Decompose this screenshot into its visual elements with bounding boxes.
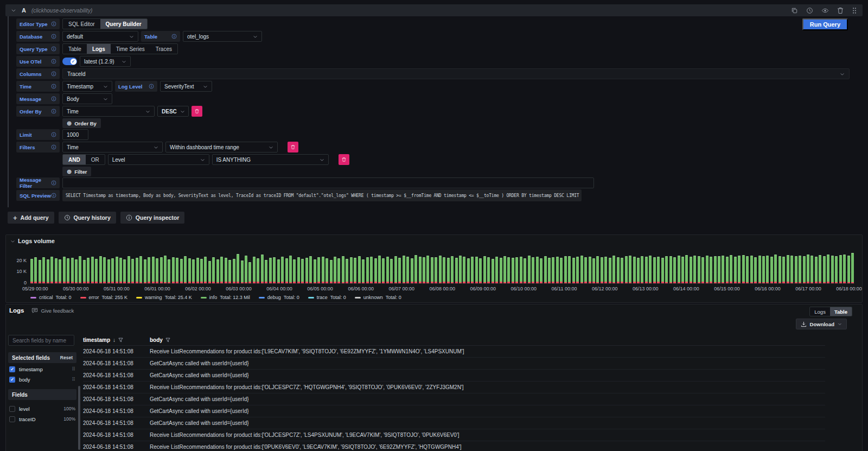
add-query-button[interactable]: + Add query (8, 212, 54, 224)
checkbox-empty-icon[interactable] (9, 406, 15, 412)
filter1-field-select[interactable]: Time (62, 142, 163, 153)
sidebar-scrollbar[interactable] (78, 386, 80, 450)
query-type-option-timeseries[interactable]: Time Series (111, 44, 150, 54)
remove-order-by-button[interactable] (192, 106, 202, 117)
filter-funnel-icon[interactable] (165, 338, 170, 342)
table-row[interactable]: 2024-06-18 14:51:08Receive ListRecommend… (83, 441, 825, 451)
table-row[interactable]: 2024-06-18 14:51:08GetCartAsync called w… (83, 393, 825, 405)
table-row[interactable]: 2024-06-18 14:51:08GetCartAsync called w… (83, 370, 825, 382)
table-select[interactable]: otel_logs (183, 31, 262, 42)
collapse-chevron-icon[interactable] (11, 8, 16, 13)
info-icon[interactable] (51, 46, 56, 52)
order-by-direction-select[interactable]: DESC (157, 106, 189, 117)
filter2-operator-select[interactable]: IS ANYTHING (212, 154, 329, 165)
remove-filter2-button[interactable] (339, 154, 349, 165)
panel-collapse-chevron-icon[interactable] (10, 239, 15, 244)
order-by-field-select[interactable]: Time (62, 106, 155, 117)
legend-item[interactable]: debugTotal: 0 (259, 295, 299, 300)
body-column-header[interactable]: body (150, 337, 170, 343)
view-option-logs[interactable]: Logs (810, 307, 830, 316)
query-type-option-logs[interactable]: Logs (87, 44, 111, 54)
bool-option-or[interactable]: OR (86, 155, 105, 164)
checkbox-checked-icon[interactable]: ✓ (9, 366, 15, 372)
reset-button[interactable]: Reset (60, 355, 73, 360)
legend-item[interactable]: errorTotal: 255 K (80, 295, 128, 300)
search-fields-input[interactable] (8, 335, 74, 346)
info-icon[interactable] (51, 193, 56, 198)
selected-field-item[interactable]: ✓timestamp⠿ (9, 365, 75, 373)
database-select[interactable]: default (62, 31, 138, 42)
filter-funnel-icon[interactable] (118, 338, 123, 342)
volume-bar (471, 257, 474, 283)
bool-option-and[interactable]: AND (63, 155, 86, 164)
filter2-field-select[interactable]: Level (108, 154, 209, 165)
table-row[interactable]: 2024-06-18 14:51:08Receive ListRecommend… (83, 429, 825, 441)
info-icon[interactable] (51, 144, 56, 150)
otel-version-select[interactable]: latest (1.2.9) (80, 56, 131, 67)
query-history-button[interactable]: Query history (59, 212, 116, 224)
query-type-option-table[interactable]: Table (63, 44, 87, 54)
info-icon[interactable] (51, 84, 56, 89)
info-icon[interactable] (51, 71, 56, 77)
available-field-item[interactable]: traceID100% (9, 415, 75, 423)
message-column-select[interactable]: Body (62, 93, 112, 104)
table-row[interactable]: 2024-06-18 14:51:08Receive ListRecommend… (83, 346, 825, 358)
info-icon[interactable] (51, 180, 56, 186)
query-type-option-traces[interactable]: Traces (150, 44, 177, 54)
volume-bar (362, 259, 365, 284)
use-otel-toggle[interactable]: ✓ (62, 58, 77, 65)
query-row-header[interactable]: A (clickhouse-observability) (5, 4, 863, 16)
drag-handle-icon[interactable]: ⠿ (72, 366, 75, 372)
legend-item[interactable]: warningTotal: 25.4 K (136, 295, 192, 300)
sort-desc-icon[interactable]: ↓ (113, 337, 116, 343)
volume-bar (612, 256, 615, 283)
log-level-column-select[interactable]: SeverityText (160, 81, 212, 92)
legend-item[interactable]: unknownTotal: 0 (355, 295, 401, 300)
timestamp-column-header[interactable]: timestamp ↓ (83, 337, 150, 343)
info-icon[interactable] (51, 109, 56, 114)
editor-type-option-sql[interactable]: SQL Editor (63, 19, 100, 29)
volume-bar (216, 259, 219, 283)
message-filter-input[interactable] (62, 177, 594, 188)
legend-item[interactable]: traceTotal: 0 (308, 295, 346, 300)
drag-handle-icon[interactable] (852, 7, 857, 14)
drag-handle-icon[interactable]: ⠿ (72, 377, 75, 382)
logs-volume-chart[interactable] (30, 251, 854, 284)
info-icon[interactable] (51, 21, 56, 27)
logs-volume-header[interactable]: Logs volume (6, 235, 862, 244)
info-icon[interactable] (149, 84, 154, 89)
info-icon[interactable] (51, 132, 56, 137)
limit-input[interactable] (62, 129, 88, 140)
info-icon[interactable] (51, 59, 56, 64)
add-filter-button[interactable]: ⊕ Filter (62, 167, 91, 176)
filter1-operator-select[interactable]: Within dashboard time range (165, 142, 278, 153)
table-row[interactable]: 2024-06-18 14:51:08GetCartAsync called w… (83, 358, 825, 370)
selected-field-item[interactable]: ✓body⠿ (9, 375, 75, 384)
legend-item[interactable]: criticalTotal: 0 (30, 295, 72, 300)
add-order-by-button[interactable]: ⊕ Order By (62, 118, 101, 128)
duplicate-icon[interactable] (791, 7, 798, 14)
remove-filter1-button[interactable] (288, 142, 298, 153)
checkbox-empty-icon[interactable] (9, 416, 15, 422)
history-icon[interactable] (806, 7, 813, 14)
time-column-select[interactable]: Timestamp (62, 81, 112, 92)
eye-icon[interactable] (821, 7, 829, 14)
run-query-button[interactable]: Run Query (802, 18, 848, 30)
view-option-table[interactable]: Table (830, 307, 852, 316)
table-row[interactable]: 2024-06-18 14:51:08Receive ListRecommend… (83, 382, 825, 393)
table-row[interactable]: 2024-06-18 14:51:08GetCartAsync called w… (83, 405, 825, 417)
download-button[interactable]: Download (796, 319, 847, 329)
info-icon[interactable] (171, 34, 177, 39)
checkbox-checked-icon[interactable]: ✓ (9, 377, 15, 383)
info-icon[interactable] (51, 34, 56, 39)
info-icon[interactable] (51, 96, 56, 101)
legend-item[interactable]: infoTotal: 12.3 Mil (201, 295, 250, 300)
editor-type-option-builder[interactable]: Query Builder (100, 19, 147, 29)
available-field-item[interactable]: level100% (9, 404, 75, 413)
query-inspector-button[interactable]: Query inspector (120, 212, 185, 224)
give-feedback-link[interactable]: Give feedback (31, 308, 74, 314)
columns-multiselect[interactable]: TraceId (62, 68, 850, 79)
table-row[interactable]: 2024-06-18 14:51:08GetCartAsync called w… (83, 417, 825, 429)
volume-bar (762, 256, 765, 283)
trash-icon[interactable] (837, 7, 844, 14)
